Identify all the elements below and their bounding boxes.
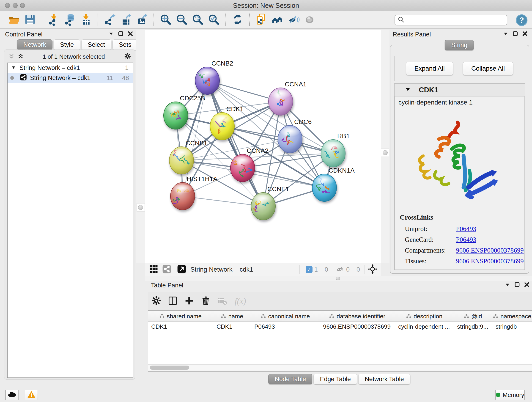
panel-float-icon[interactable] bbox=[118, 31, 124, 38]
edge-CCNB2-CCNE1[interactable] bbox=[207, 81, 263, 206]
column-header-namespace[interactable]: namespace bbox=[492, 311, 532, 321]
zoom-out-button[interactable] bbox=[175, 13, 188, 27]
node-CDKN1A[interactable]: CDKN1A bbox=[312, 167, 355, 201]
import-network-file-button[interactable] bbox=[47, 13, 60, 27]
node-CDC6[interactable]: CDC6 bbox=[278, 118, 312, 153]
node-CCNB2[interactable]: CCNB2 bbox=[195, 60, 233, 95]
tab-select[interactable]: Select bbox=[81, 39, 111, 50]
right-splitter-handle[interactable] bbox=[381, 148, 389, 157]
table-options-button[interactable] bbox=[150, 295, 162, 307]
tab-string[interactable]: String bbox=[445, 40, 474, 51]
panel-menu-caret-icon[interactable] bbox=[108, 31, 114, 38]
string-network-graph[interactable]: CCNB2CCNA1CDC25BCDK1CDC6RB1CCNB1CCNA2CDK… bbox=[145, 30, 381, 263]
table-cell[interactable]: cyclin-dependent ... bbox=[395, 322, 454, 332]
show-all-button[interactable] bbox=[303, 13, 316, 27]
column-header-shared-name[interactable]: shared name bbox=[148, 311, 213, 321]
collapse-all-button[interactable]: Collapse All bbox=[463, 62, 513, 75]
export-network-button[interactable] bbox=[103, 13, 116, 27]
table-cell[interactable]: stringdb:9... bbox=[454, 322, 492, 332]
node-CCNB1[interactable]: CCNB1 bbox=[169, 140, 207, 174]
left-splitter[interactable] bbox=[136, 30, 145, 263]
zoom-fit-button[interactable] bbox=[191, 13, 204, 27]
column-header-canonical-name[interactable]: canonical name bbox=[251, 311, 320, 321]
show-columns-button[interactable] bbox=[167, 295, 179, 307]
export-table-button[interactable] bbox=[119, 13, 133, 27]
delete-column-button[interactable] bbox=[200, 295, 212, 307]
node-CDC25B[interactable]: CDC25B bbox=[164, 95, 205, 129]
network-canvas[interactable]: CCNB2CCNA1CDC25BCDK1CDC6RB1CCNB1CCNA2CDK… bbox=[145, 30, 381, 263]
panel-float-icon[interactable] bbox=[514, 282, 520, 288]
panel-close-icon[interactable] bbox=[524, 282, 530, 288]
zoom-in-button[interactable] bbox=[159, 13, 172, 27]
zoom-selected-button[interactable] bbox=[207, 13, 220, 27]
column-header-database-identifier[interactable]: database identifier bbox=[320, 311, 395, 321]
tab-network[interactable]: Network bbox=[17, 39, 52, 50]
crosslink-link[interactable]: 9606.ENSP00000378699 bbox=[456, 247, 524, 254]
left-splitter-handle[interactable] bbox=[137, 203, 145, 211]
table-row[interactable]: CDK1CDK1P064939606.ENSP00000378699cyclin… bbox=[148, 322, 532, 332]
table-cell[interactable]: stringdb bbox=[492, 322, 532, 332]
node-HIST1H1A[interactable]: HIST1H1A bbox=[171, 175, 217, 210]
bottom-splitter-handle[interactable] bbox=[336, 277, 340, 280]
panel-close-icon[interactable] bbox=[127, 31, 133, 38]
tab-style[interactable]: Style bbox=[54, 39, 80, 50]
column-header--id[interactable]: @id bbox=[454, 311, 492, 321]
add-column-button[interactable] bbox=[183, 295, 195, 307]
collapse-all-networks-icon[interactable] bbox=[8, 53, 14, 60]
network-collection-row[interactable]: String Network – cdk1 1 bbox=[7, 63, 133, 73]
crosslink-link[interactable]: 9606.ENSP00000378699 bbox=[456, 257, 524, 265]
node-table[interactable]: shared namenamecanonical namedatabase id… bbox=[148, 311, 532, 364]
table-cell[interactable]: P06493 bbox=[251, 322, 320, 332]
global-search[interactable] bbox=[394, 15, 507, 26]
pan-crosshair-icon[interactable] bbox=[367, 264, 378, 275]
expand-all-networks-icon[interactable] bbox=[18, 53, 24, 60]
panel-float-icon[interactable] bbox=[512, 31, 518, 38]
right-splitter[interactable] bbox=[381, 30, 389, 263]
home-networks-button[interactable] bbox=[271, 13, 284, 27]
node-CCNE1[interactable]: CCNE1 bbox=[251, 185, 289, 220]
gene-collapse-caret-icon[interactable] bbox=[405, 87, 411, 93]
cloud-status-button[interactable] bbox=[5, 390, 19, 400]
crosslink-link[interactable]: P06493 bbox=[456, 225, 476, 232]
network-options-gear-icon[interactable] bbox=[124, 52, 131, 61]
tab-edge-table[interactable]: Edge Table bbox=[313, 374, 357, 384]
table-cell[interactable]: 9606.ENSP00000378699 bbox=[320, 322, 395, 332]
column-header-description[interactable]: description bbox=[395, 311, 454, 321]
duplicate-network-button[interactable] bbox=[255, 13, 268, 27]
panel-menu-caret-icon[interactable] bbox=[505, 282, 510, 288]
expand-all-button[interactable]: Expand All bbox=[406, 62, 453, 75]
share-view-icon[interactable] bbox=[162, 264, 171, 274]
tree-expander-icon[interactable] bbox=[11, 64, 16, 71]
table-cell[interactable]: CDK1 bbox=[213, 322, 251, 332]
table-horizontal-scrollbar[interactable] bbox=[148, 364, 532, 371]
grid-view-icon[interactable] bbox=[149, 264, 158, 274]
warnings-button[interactable] bbox=[25, 390, 38, 400]
birds-eye-view-icon[interactable] bbox=[177, 264, 186, 274]
crosslink-link[interactable]: P06493 bbox=[456, 236, 476, 243]
column-header-name[interactable]: name bbox=[213, 311, 251, 321]
import-table-button[interactable] bbox=[79, 13, 93, 27]
node-RB1[interactable]: RB1 bbox=[321, 133, 350, 167]
crosslink-link[interactable]: P06493 bbox=[456, 268, 476, 270]
tab-network-table[interactable]: Network Table bbox=[358, 374, 410, 384]
apply-layout-refresh-button[interactable] bbox=[231, 13, 244, 27]
node-CCNA1[interactable]: CCNA1 bbox=[268, 81, 307, 115]
export-image-button[interactable] bbox=[135, 13, 148, 27]
scrollbar-thumb[interactable] bbox=[150, 366, 189, 370]
selected-count-checkbox[interactable]: ✓ bbox=[306, 266, 312, 273]
node-CDK1[interactable]: CDK1 bbox=[210, 105, 244, 140]
open-session-button[interactable] bbox=[7, 13, 21, 27]
search-input[interactable] bbox=[405, 17, 501, 24]
table-cell[interactable]: CDK1 bbox=[148, 322, 213, 332]
panel-menu-caret-icon[interactable] bbox=[503, 31, 509, 38]
network-row[interactable]: String Network – cdk1 11 48 bbox=[7, 73, 133, 83]
save-session-button[interactable] bbox=[23, 13, 37, 27]
tab-sets[interactable]: Sets bbox=[113, 39, 138, 50]
hide-selected-button[interactable] bbox=[287, 13, 300, 27]
bottom-splitter[interactable] bbox=[145, 276, 532, 281]
help-button[interactable]: ? bbox=[515, 14, 528, 26]
tab-node-table[interactable]: Node Table bbox=[268, 374, 312, 384]
import-network-database-button[interactable] bbox=[63, 13, 76, 27]
panel-close-icon[interactable] bbox=[522, 31, 528, 38]
memory-button[interactable]: Memory bbox=[495, 390, 525, 400]
